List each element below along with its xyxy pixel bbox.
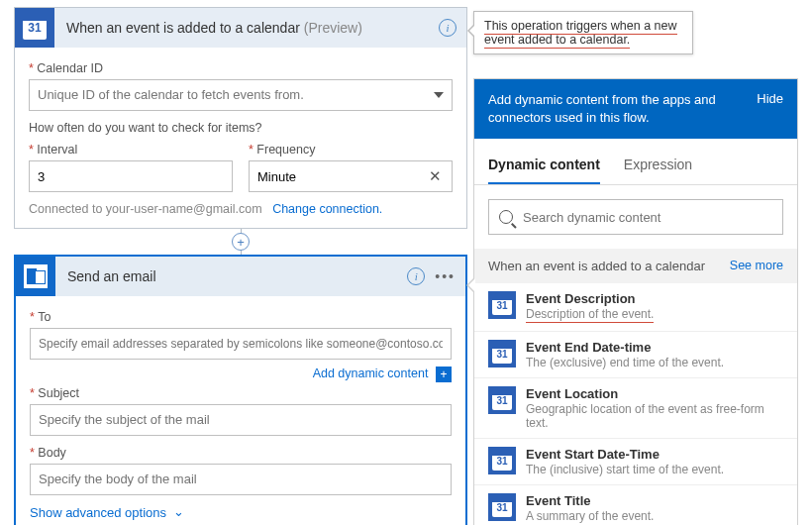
info-icon[interactable]: i [407, 267, 425, 285]
dynamic-search-input[interactable] [523, 210, 772, 225]
dynamic-content-item[interactable]: 31Event LocationGeographic location of t… [474, 378, 797, 439]
item-title: Event Title [526, 493, 654, 508]
trigger-card: 31 When an event is added to a calendar … [14, 7, 467, 229]
body-label: * Body [30, 446, 452, 460]
panel-heading-text: Add dynamic content from the apps and co… [488, 91, 726, 127]
dynamic-content-item[interactable]: 31Event End Date-timeThe (exclusive) end… [474, 332, 797, 378]
panel-pointer-icon [466, 277, 474, 293]
preview-tag: (Preview) [304, 20, 362, 36]
hide-panel-link[interactable]: Hide [757, 91, 783, 106]
item-title: Event Description [526, 291, 654, 306]
step-connector: + [14, 229, 467, 255]
item-title: Event Location [526, 386, 783, 401]
connected-account-text: Connected to your-user-name@gmail.com [29, 202, 262, 216]
to-field[interactable] [30, 328, 452, 360]
calendar-connector-icon: 31 [15, 8, 54, 48]
add-dynamic-content-row: Add dynamic content + [30, 366, 452, 382]
outlook-connector-icon [16, 257, 55, 296]
info-tooltip: This operation triggers when a new event… [473, 11, 693, 54]
change-connection-link[interactable]: Change connection. [272, 202, 382, 216]
frequency-input[interactable] [257, 169, 427, 184]
email-card: Send an email i ••• * To Add dynamic con… [14, 255, 467, 525]
item-description: A summary of the event. [526, 509, 654, 523]
interval-input[interactable] [38, 169, 224, 184]
more-menu-icon[interactable]: ••• [435, 268, 456, 284]
calendar-id-select[interactable] [29, 79, 453, 111]
search-icon [499, 210, 513, 224]
interval-label: * Interval [29, 143, 233, 157]
dynamic-content-item[interactable]: 31Event Start Date-TimeThe (inclusive) s… [474, 439, 797, 485]
trigger-title: When an event is added to a calendar (Pr… [66, 20, 362, 36]
see-more-link[interactable]: See more [730, 259, 783, 273]
tab-expression[interactable]: Expression [624, 145, 692, 184]
check-frequency-label: How often do you want to check for items… [29, 121, 453, 135]
item-description: Geographic location of the event as free… [526, 402, 783, 430]
section-title-text: When an event is added to a calendar [488, 259, 705, 273]
interval-field[interactable] [29, 160, 233, 192]
email-header[interactable]: Send an email i ••• [16, 257, 465, 296]
dynamic-search-field[interactable] [488, 199, 783, 235]
calendar-icon: 31 [488, 493, 516, 521]
body-input[interactable] [39, 472, 443, 486]
trigger-footer: Connected to your-user-name@gmail.com Ch… [29, 202, 453, 216]
panel-header: Add dynamic content from the apps and co… [474, 79, 797, 139]
dynamic-content-item[interactable]: 31Event DescriptionDescription of the ev… [474, 283, 797, 332]
add-step-button[interactable]: + [232, 233, 250, 251]
to-input[interactable] [39, 337, 443, 351]
tab-dynamic-content[interactable]: Dynamic content [488, 145, 600, 184]
show-advanced-options[interactable]: Show advanced options ⌄ [30, 505, 452, 520]
calendar-icon: 31 [488, 386, 516, 414]
item-description: Description of the event. [526, 307, 654, 323]
subject-input[interactable] [39, 412, 443, 428]
dynamic-content-item[interactable]: 31Event TitleA summary of the event. [474, 485, 797, 525]
frequency-label: * Frequency [249, 143, 453, 157]
add-dynamic-content-link[interactable]: Add dynamic content [313, 367, 429, 380]
frequency-field[interactable]: ✕ [249, 160, 453, 192]
calendar-icon: 31 [488, 340, 516, 368]
calendar-id-input[interactable] [38, 87, 434, 103]
trigger-title-text: When an event is added to a calendar [66, 20, 300, 36]
to-label: * To [30, 310, 452, 324]
calendar-icon: 31 [488, 447, 516, 474]
item-description: The (exclusive) end time of the event. [526, 356, 724, 369]
dynamic-content-panel: Add dynamic content from the apps and co… [473, 78, 798, 525]
email-title: Send an email [67, 268, 156, 284]
tooltip-text: This operation triggers when a new event… [484, 19, 677, 49]
subject-label: * Subject [30, 386, 452, 400]
plus-icon[interactable]: + [436, 367, 452, 382]
item-title: Event Start Date-Time [526, 447, 724, 462]
subject-field[interactable] [30, 404, 452, 436]
info-icon[interactable]: i [439, 19, 457, 37]
calendar-icon: 31 [488, 291, 516, 319]
item-title: Event End Date-time [526, 340, 724, 355]
clear-icon[interactable]: ✕ [427, 167, 444, 185]
panel-section-header: When an event is added to a calendar See… [474, 249, 797, 283]
calendar-id-label: * Calendar ID [29, 61, 453, 75]
trigger-header[interactable]: 31 When an event is added to a calendar … [15, 8, 466, 48]
body-field[interactable] [30, 464, 452, 495]
item-description: The (inclusive) start time of the event. [526, 463, 724, 476]
panel-tabs: Dynamic content Expression [474, 145, 797, 185]
chevron-down-icon[interactable] [434, 92, 444, 98]
